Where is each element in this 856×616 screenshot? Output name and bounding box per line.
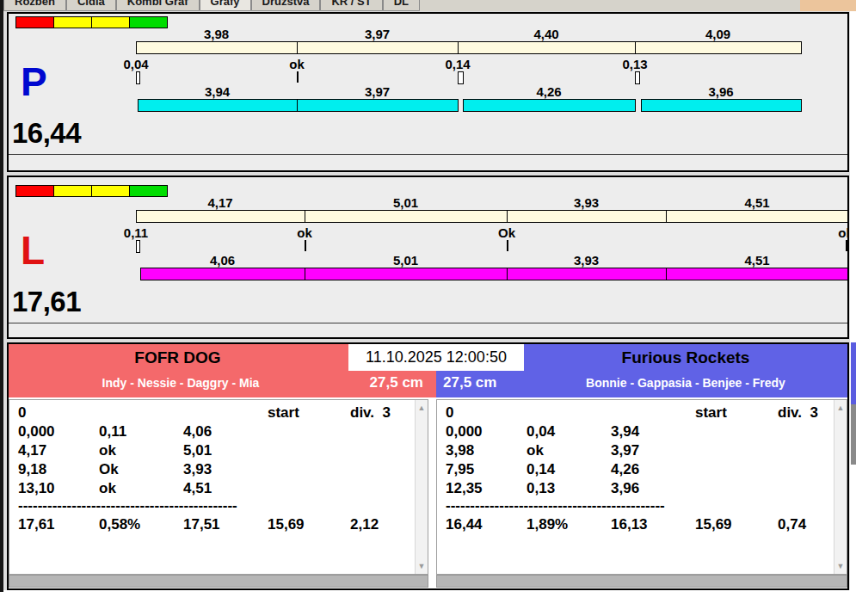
table-row: 3,98ok3,97 bbox=[437, 441, 847, 460]
table-separator: ----------------------------------------… bbox=[18, 496, 237, 515]
changeover-ok-tick bbox=[846, 240, 847, 251]
match-scoreboard-panel: FOFR DOG Furious Rockets Indy - Nessie -… bbox=[7, 342, 849, 590]
summary-cell: 15,69 bbox=[268, 515, 305, 534]
table-cell: 4,17 bbox=[18, 441, 46, 460]
table-row: 7,950,144,26 bbox=[437, 460, 847, 479]
header-division: div. 3 bbox=[350, 403, 391, 422]
legend-cell-0 bbox=[16, 17, 54, 28]
split-time-label: 5,01 bbox=[305, 195, 507, 209]
table-cell: ok bbox=[99, 441, 116, 460]
split-bar-segment bbox=[305, 210, 508, 223]
lane-total-time: 17,61 bbox=[12, 287, 81, 316]
dog-time-label: 4,51 bbox=[666, 253, 848, 267]
table-cell: 9,18 bbox=[18, 460, 46, 479]
table-row: 4,17ok5,01 bbox=[9, 441, 428, 460]
table-row: 16,441,89%16,1315,690,74 bbox=[437, 515, 847, 534]
summary-cell: 0,58% bbox=[99, 515, 140, 534]
desktop-background-right-blue bbox=[851, 342, 856, 404]
scroll-down-icon[interactable]: ▼ bbox=[416, 560, 428, 572]
split-bar-segment bbox=[458, 41, 636, 54]
split-time-label: 3,93 bbox=[507, 195, 666, 209]
split-time-label: 3,98 bbox=[136, 27, 297, 40]
split-bar-segment bbox=[666, 210, 849, 223]
split-time-label: 4,17 bbox=[136, 195, 305, 209]
dog-bar-segment bbox=[507, 268, 667, 280]
tab-cidla[interactable]: Cidla bbox=[66, 0, 116, 11]
summary-cell: 16,13 bbox=[611, 515, 648, 534]
table-cell: 0,000 bbox=[446, 422, 483, 441]
dog-time-label: 3,97 bbox=[297, 84, 458, 98]
changeover-loss-label: ok bbox=[820, 225, 849, 239]
jump-height-right: 27,5 cm bbox=[443, 374, 529, 391]
header-zero: 0 bbox=[446, 403, 453, 422]
table-separator: ----------------------------------------… bbox=[446, 496, 665, 515]
summary-cell: 16,44 bbox=[446, 515, 483, 534]
table-cell: ok bbox=[527, 441, 544, 460]
table-row: 12,350,133,96 bbox=[437, 479, 847, 498]
table-row: 0startdiv. 3 bbox=[437, 403, 847, 422]
header-start: start bbox=[268, 403, 299, 422]
tab-bar: RozbehCidlaKombi GrafGrafyDruzstvaKR / S… bbox=[3, 0, 800, 11]
loss-interval-marker bbox=[635, 71, 640, 84]
horizontal-scrollbar[interactable] bbox=[436, 575, 847, 588]
legend-cell-2 bbox=[92, 186, 130, 196]
lane-total-time: 16,44 bbox=[12, 119, 81, 147]
table-cell: 3,98 bbox=[446, 441, 474, 460]
changeover-ok-tick bbox=[297, 71, 299, 83]
table-cell: 3,97 bbox=[611, 441, 639, 460]
tab-dl[interactable]: DL bbox=[383, 0, 420, 11]
table-cell: 0,11 bbox=[99, 422, 126, 441]
changeover-loss-label: ok bbox=[271, 57, 323, 71]
table-cell: 4,06 bbox=[183, 422, 212, 441]
changeover-loss-label: 0,04 bbox=[110, 57, 162, 71]
team-name-left: FOFR DOG bbox=[9, 348, 347, 367]
dog-bar-segment bbox=[463, 99, 636, 112]
table-row: 13,10ok4,51 bbox=[9, 479, 428, 498]
team-name-right: Furious Rockets bbox=[524, 348, 847, 367]
scroll-down-icon[interactable]: ▼ bbox=[834, 560, 847, 572]
table-row: ----------------------------------------… bbox=[9, 496, 428, 515]
tab-rozbeh[interactable]: Rozbeh bbox=[3, 0, 66, 11]
table-row: 0,0000,043,94 bbox=[437, 422, 847, 441]
table-cell: 7,95 bbox=[446, 460, 474, 479]
lane-panel-right-P: P3,983,974,404,090,04ok0,140,133,943,974… bbox=[7, 12, 849, 172]
dog-bar-segment bbox=[140, 268, 305, 280]
table-cell: 0,14 bbox=[527, 460, 555, 479]
split-time-label: 4,40 bbox=[458, 27, 635, 40]
summary-cell: 17,61 bbox=[18, 515, 55, 534]
lane-letter: P bbox=[21, 62, 47, 102]
split-table-right: ▲ ▼ 0startdiv. 30,0000,043,943,98ok3,977… bbox=[436, 399, 847, 575]
tab-grafy[interactable]: Grafy bbox=[200, 0, 251, 11]
changeover-ok-tick bbox=[305, 240, 306, 251]
lane-letter: L bbox=[21, 231, 45, 270]
table-row: 17,610,58%17,5115,692,12 bbox=[9, 515, 428, 534]
legend-cell-0 bbox=[16, 186, 54, 196]
changeover-loss-label: ok bbox=[279, 225, 330, 239]
changeover-loss-label: Ok bbox=[481, 225, 533, 239]
changeover-loss-label: 0,13 bbox=[609, 57, 661, 71]
table-cell: ok bbox=[99, 479, 116, 498]
changeover-loss-label: 0,14 bbox=[432, 57, 483, 71]
dog-bar-segment bbox=[297, 99, 459, 112]
legend-cell-1 bbox=[54, 186, 92, 196]
tab-druzstva[interactable]: Druzstva bbox=[251, 0, 321, 11]
header-zero: 0 bbox=[18, 403, 26, 422]
loss-interval-marker bbox=[458, 71, 464, 84]
table-cell: 5,01 bbox=[183, 441, 212, 460]
split-bar-segment bbox=[136, 41, 298, 54]
split-bar-segment bbox=[507, 210, 667, 223]
changeover-ok-tick bbox=[507, 240, 508, 251]
dog-time-label: 3,93 bbox=[507, 253, 666, 267]
summary-cell: 0,74 bbox=[778, 515, 806, 534]
tab-kombi-graf[interactable]: Kombi Graf bbox=[116, 0, 200, 11]
table-cell: 12,35 bbox=[446, 479, 483, 498]
horizontal-scrollbar[interactable] bbox=[9, 575, 428, 588]
dog-time-label: 5,01 bbox=[305, 253, 507, 267]
split-time-label: 4,51 bbox=[666, 195, 848, 209]
tab-kr-st[interactable]: KR / ST bbox=[320, 0, 382, 11]
split-time-label: 4,09 bbox=[635, 27, 801, 40]
summary-cell: 1,89% bbox=[527, 515, 568, 534]
table-cell: 4,51 bbox=[183, 479, 212, 498]
dog-time-label: 4,26 bbox=[463, 84, 635, 98]
desktop-background-top-right bbox=[800, 0, 856, 11]
